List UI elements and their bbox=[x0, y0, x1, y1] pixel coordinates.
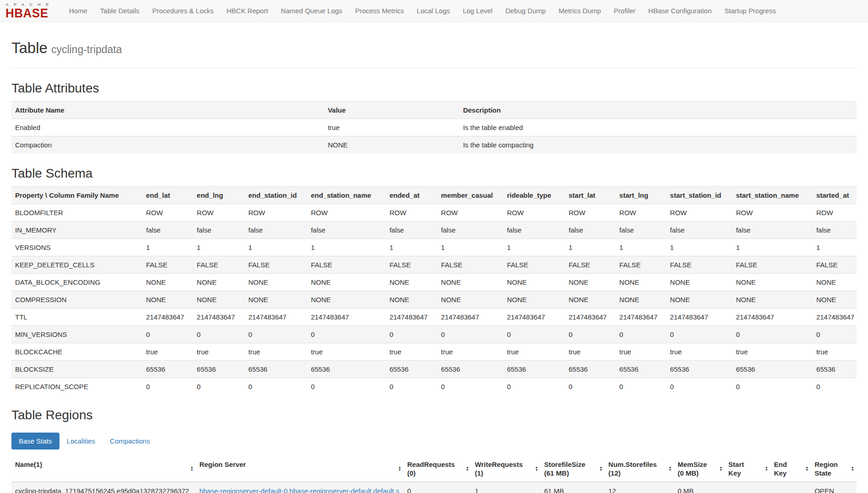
schema-property-value: FALSE bbox=[437, 256, 503, 274]
schema-property-value: true bbox=[386, 343, 437, 361]
schema-property-value: false bbox=[245, 222, 307, 239]
sort-icon[interactable]: ▲▼ bbox=[398, 466, 401, 471]
schema-property-value: FALSE bbox=[142, 256, 193, 274]
sort-icon[interactable]: ▲▼ bbox=[535, 466, 538, 471]
table-row: TTL2147483647214748364721474836472147483… bbox=[11, 309, 857, 326]
region-num-storefiles: 12 bbox=[605, 482, 674, 493]
attributes-column-header: Value bbox=[324, 102, 459, 119]
tab-localities[interactable]: Localities bbox=[59, 433, 103, 450]
tab-compactions[interactable]: Compactions bbox=[102, 433, 157, 450]
region-server-link[interactable]: hbase-regionserver-default-0.hbase-regio… bbox=[199, 487, 399, 493]
nav-item-debug-dump[interactable]: Debug Dump bbox=[499, 0, 552, 22]
schema-property-value: NONE bbox=[503, 291, 565, 309]
regions-column-header[interactable]: Region Server▲▼ bbox=[196, 456, 404, 482]
nav-item-metrics-dump[interactable]: Metrics Dump bbox=[552, 0, 608, 22]
schema-property-value: 65536 bbox=[245, 361, 307, 378]
schema-property-value: ROW bbox=[813, 204, 857, 222]
schema-property-value: false bbox=[437, 222, 503, 239]
schema-property-value: NONE bbox=[386, 291, 437, 309]
sort-icon[interactable]: ▲▼ bbox=[466, 466, 469, 471]
schema-property-value: true bbox=[666, 343, 732, 361]
schema-property-value: 0 bbox=[386, 378, 437, 395]
schema-property-value: 2147483647 bbox=[386, 309, 437, 326]
schema-property-value: true bbox=[813, 343, 857, 361]
schema-property-value: 1 bbox=[565, 239, 616, 256]
nav-item-local-logs[interactable]: Local Logs bbox=[410, 0, 457, 22]
regions-column-header[interactable]: ReadRequests (0)▲▼ bbox=[404, 456, 471, 482]
sort-icon[interactable]: ▲▼ bbox=[765, 466, 768, 471]
page-content: Tablecycling-tripdata Table Attributes A… bbox=[0, 39, 868, 493]
schema-property-value: NONE bbox=[503, 274, 565, 291]
column-family-header: end_lat bbox=[142, 187, 193, 204]
nav-item-process-metrics[interactable]: Process Metrics bbox=[349, 0, 410, 22]
regions-column-header[interactable]: MemSize (0 MB)▲▼ bbox=[674, 456, 725, 482]
schema-property-value: false bbox=[732, 222, 812, 239]
region-name: cycling-tripdata,,1719475156245.e95d0a13… bbox=[11, 482, 196, 493]
schema-property-value: 2147483647 bbox=[307, 309, 386, 326]
schema-property-value: true bbox=[307, 343, 386, 361]
schema-property-value: NONE bbox=[666, 274, 732, 291]
regions-column-header[interactable]: Region State▲▼ bbox=[811, 456, 857, 482]
table-row: COMPRESSIONNONENONENONENONENONENONENONEN… bbox=[11, 291, 857, 309]
schema-property-value: 0 bbox=[666, 378, 732, 395]
schema-property-value: 2147483647 bbox=[245, 309, 307, 326]
schema-property-value: 0 bbox=[732, 326, 812, 343]
attribute-cell: Enabled bbox=[11, 119, 324, 136]
nav-item-home[interactable]: Home bbox=[63, 0, 94, 22]
schema-property-value: FALSE bbox=[666, 256, 732, 274]
nav-item-log-level[interactable]: Log Level bbox=[456, 0, 499, 22]
nav-item-procedures-locks[interactable]: Procedures & Locks bbox=[146, 0, 220, 22]
schema-property-name: BLOOMFILTER bbox=[11, 204, 142, 222]
schema-property-value: 1 bbox=[307, 239, 386, 256]
sort-icon[interactable]: ▲▼ bbox=[599, 466, 603, 471]
sort-icon[interactable]: ▲▼ bbox=[805, 466, 809, 471]
nav-item-startup-progress[interactable]: Startup Progress bbox=[718, 0, 782, 22]
regions-column-header[interactable]: Start Key▲▼ bbox=[725, 456, 771, 482]
column-family-header: end_station_id bbox=[245, 187, 307, 204]
regions-column-header[interactable]: End Key▲▼ bbox=[771, 456, 811, 482]
schema-property-value: 65536 bbox=[732, 361, 812, 378]
schema-property-value: ROW bbox=[193, 204, 245, 222]
schema-property-value: NONE bbox=[616, 291, 667, 309]
regions-column-header[interactable]: WriteRequests (1)▲▼ bbox=[471, 456, 540, 482]
region-write-requests: 1 bbox=[471, 482, 540, 493]
page-title-text: Table bbox=[11, 39, 48, 56]
region-server-cell: hbase-regionserver-default-0.hbase-regio… bbox=[196, 482, 404, 493]
regions-column-header[interactable]: StorefileSize (61 MB)▲▼ bbox=[540, 456, 604, 482]
schema-header-row: Property \ Column Family Nameend_latend_… bbox=[11, 187, 857, 204]
schema-property-value: NONE bbox=[437, 291, 503, 309]
schema-property-value: NONE bbox=[732, 274, 812, 291]
page-title: Tablecycling-tripdata bbox=[11, 39, 857, 57]
schema-property-value: 0 bbox=[245, 326, 307, 343]
schema-property-value: 0 bbox=[503, 326, 565, 343]
schema-property-value: true bbox=[437, 343, 503, 361]
regions-column-header[interactable]: Num.Storefiles (12)▲▼ bbox=[605, 456, 674, 482]
regions-column-header[interactable]: Name(1)▲▼ bbox=[11, 456, 196, 482]
nav-item-profiler[interactable]: Profiler bbox=[607, 0, 642, 22]
schema-property-value: 65536 bbox=[813, 361, 857, 378]
sort-down-arrow: ▼ bbox=[190, 469, 194, 471]
sort-down-arrow: ▼ bbox=[805, 469, 809, 471]
schema-property-value: false bbox=[813, 222, 857, 239]
attribute-cell: Is the table compacting bbox=[459, 136, 857, 154]
schema-property-value: 0 bbox=[307, 378, 386, 395]
sort-icon[interactable]: ▲▼ bbox=[190, 466, 194, 471]
sort-icon[interactable]: ▲▼ bbox=[719, 466, 722, 471]
tab-base-stats[interactable]: Base Stats bbox=[11, 433, 59, 450]
sort-icon[interactable]: ▲▼ bbox=[669, 466, 672, 471]
schema-property-name: IN_MEMORY bbox=[11, 222, 142, 239]
hbase-logo[interactable]: A P A C H E HBASE bbox=[5, 3, 51, 19]
sort-down-arrow: ▼ bbox=[535, 469, 538, 471]
nav-item-hbck-report[interactable]: HBCK Report bbox=[220, 0, 275, 22]
column-family-header: ended_at bbox=[386, 187, 437, 204]
nav-item-named-queue-logs[interactable]: Named Queue Logs bbox=[275, 0, 349, 22]
sort-icon[interactable]: ▲▼ bbox=[851, 466, 854, 471]
sort-down-arrow: ▼ bbox=[466, 469, 469, 471]
nav-item-table-details[interactable]: Table Details bbox=[94, 0, 146, 22]
table-row: BLOOMFILTERROWROWROWROWROWROWROWROWROWRO… bbox=[11, 204, 857, 222]
schema-property-value: 0 bbox=[437, 326, 503, 343]
schema-property-value: 65536 bbox=[437, 361, 503, 378]
nav-item-hbase-configuration[interactable]: HBase Configuration bbox=[642, 0, 718, 22]
schema-property-value: false bbox=[193, 222, 245, 239]
schema-property-value: 0 bbox=[565, 378, 616, 395]
